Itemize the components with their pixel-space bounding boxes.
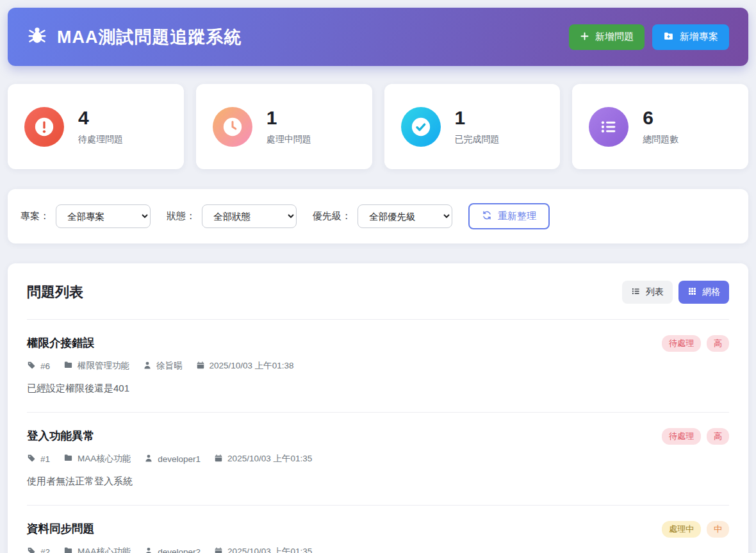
issue-datetime-text: 2025/10/03 上午01:35 xyxy=(227,453,312,465)
priority-filter-label: 優先級： xyxy=(313,210,351,222)
issue-id-text: #6 xyxy=(40,361,50,371)
issue-list-title: 問題列表 xyxy=(27,283,83,302)
header-actions: 新增問題 新增專案 xyxy=(569,24,729,50)
issue-top: 權限介接錯誤 待處理 高 xyxy=(27,335,729,352)
issue-assignee: developer1 xyxy=(144,454,201,465)
view-toggle: 列表 網格 xyxy=(622,281,729,304)
issue-top: 資料同步問題 處理中 中 xyxy=(27,521,729,538)
stat-card-pending: 4 待處理問題 xyxy=(8,84,184,169)
app-header: MAA測試問題追蹤系統 新增問題 新增專案 xyxy=(8,8,748,66)
tag-icon xyxy=(27,361,36,372)
stat-label: 總問題數 xyxy=(643,134,678,145)
issue-list-items: 權限介接錯誤 待處理 高 #6 權 xyxy=(27,320,729,553)
folder-icon xyxy=(63,360,73,372)
issue-datetime: 2025/10/03 上午01:35 xyxy=(214,546,312,553)
status-filter-label: 狀態： xyxy=(167,210,195,222)
stat-value: 4 xyxy=(78,108,123,128)
issue-datetime: 2025/10/03 上午01:35 xyxy=(214,453,312,465)
project-select[interactable]: 全部專案 xyxy=(56,204,151,228)
page: MAA測試問題追蹤系統 新增問題 新增專案 xyxy=(0,0,756,553)
stats-row: 4 待處理問題 1 處理中問題 xyxy=(8,84,748,169)
header-left: MAA測試問題追蹤系統 xyxy=(27,26,242,49)
stat-card-completed: 1 已完成問題 xyxy=(384,84,561,169)
status-badge: 待處理 xyxy=(662,335,701,352)
issue-list-card: 問題列表 列表 xyxy=(8,263,748,553)
bug-icon xyxy=(27,26,47,49)
issue-description: 使用者無法正常登入系統 xyxy=(27,475,729,488)
status-filter-group: 狀態： 全部狀態 xyxy=(167,204,297,228)
issue-description: 已經設定權限後還是401 xyxy=(27,383,729,395)
issue-project-text: MAA核心功能 xyxy=(78,546,131,553)
calendar-icon xyxy=(214,454,223,465)
issue-id: #6 xyxy=(27,361,50,372)
issue-badges: 待處理 高 xyxy=(662,335,729,352)
stat-value: 1 xyxy=(455,108,500,128)
issue-title: 權限介接錯誤 xyxy=(27,335,94,351)
issue-project: MAA核心功能 xyxy=(63,453,131,465)
issue-datetime-text: 2025/10/03 上午01:35 xyxy=(227,546,312,553)
folder-icon xyxy=(63,546,73,553)
issue-badges: 待處理 高 xyxy=(662,428,729,445)
add-project-button[interactable]: 新增專案 xyxy=(652,24,729,50)
issue-row[interactable]: 資料同步問題 處理中 中 #2 M xyxy=(27,506,729,553)
grid-view-icon xyxy=(687,286,697,298)
issue-project: MAA核心功能 xyxy=(63,546,131,553)
issue-meta: #1 MAA核心功能 developer1 xyxy=(27,453,729,465)
issue-list-header: 問題列表 列表 xyxy=(27,281,729,320)
issue-assignee-text: developer1 xyxy=(158,454,201,464)
stat-label: 已完成問題 xyxy=(455,134,500,145)
priority-badge: 中 xyxy=(707,521,729,538)
issue-project: 權限管理功能 xyxy=(63,360,129,372)
status-select[interactable]: 全部狀態 xyxy=(202,204,297,228)
issue-assignee-text: 徐旨暘 xyxy=(156,360,183,372)
issue-id-text: #2 xyxy=(40,547,50,553)
issue-row[interactable]: 權限介接錯誤 待處理 高 #6 權 xyxy=(27,320,729,413)
refresh-label: 重新整理 xyxy=(498,210,536,222)
list-view-icon xyxy=(631,286,641,298)
issue-title: 資料同步問題 xyxy=(27,521,94,536)
issue-project-text: MAA核心功能 xyxy=(78,453,131,465)
stat-label: 處理中問題 xyxy=(267,134,311,145)
clock-icon xyxy=(213,107,252,147)
list-icon xyxy=(589,107,629,147)
priority-badge: 高 xyxy=(707,428,729,445)
issue-datetime-text: 2025/10/03 上午01:38 xyxy=(210,360,294,372)
folder-plus-icon xyxy=(663,31,674,44)
calendar-icon xyxy=(214,547,223,553)
alert-circle-icon xyxy=(24,107,64,147)
refresh-button[interactable]: 重新整理 xyxy=(468,203,550,229)
calendar-icon xyxy=(196,361,205,372)
status-badge: 處理中 xyxy=(662,521,701,538)
priority-badge: 高 xyxy=(707,335,729,352)
add-issue-label: 新增問題 xyxy=(595,31,634,43)
stat-label: 待處理問題 xyxy=(78,134,123,145)
refresh-icon xyxy=(482,210,492,222)
check-circle-icon xyxy=(401,107,441,147)
stat-card-in-progress: 1 處理中問題 xyxy=(196,84,372,169)
issue-row[interactable]: 登入功能異常 待處理 高 #1 M xyxy=(27,413,729,506)
tag-icon xyxy=(27,547,36,553)
issue-meta: #6 權限管理功能 徐旨暘 xyxy=(27,360,729,372)
issue-project-text: 權限管理功能 xyxy=(78,360,129,372)
issue-id: #2 xyxy=(27,547,50,553)
issue-meta: #2 MAA核心功能 developer2 xyxy=(27,546,729,553)
user-icon xyxy=(143,361,152,372)
issue-title: 登入功能異常 xyxy=(27,428,94,443)
issue-datetime: 2025/10/03 上午01:38 xyxy=(196,360,294,372)
stat-card-total: 6 總問題數 xyxy=(572,84,748,169)
list-view-label: 列表 xyxy=(646,286,664,298)
priority-select[interactable]: 全部優先級 xyxy=(357,204,452,228)
issue-id: #1 xyxy=(27,454,50,465)
issue-assignee-text: developer2 xyxy=(158,547,201,553)
issue-id-text: #1 xyxy=(40,454,50,464)
list-view-button[interactable]: 列表 xyxy=(622,281,673,304)
status-badge: 待處理 xyxy=(662,428,701,445)
stat-value: 1 xyxy=(267,108,311,128)
filter-bar: 專案： 全部專案 狀態： 全部狀態 優先級： 全部優先級 xyxy=(8,189,748,243)
issue-assignee: developer2 xyxy=(144,547,201,553)
add-issue-button[interactable]: 新增問題 xyxy=(569,24,645,50)
tag-icon xyxy=(27,454,36,465)
issue-top: 登入功能異常 待處理 高 xyxy=(27,428,729,445)
grid-view-button[interactable]: 網格 xyxy=(678,281,729,304)
user-icon xyxy=(144,454,153,465)
